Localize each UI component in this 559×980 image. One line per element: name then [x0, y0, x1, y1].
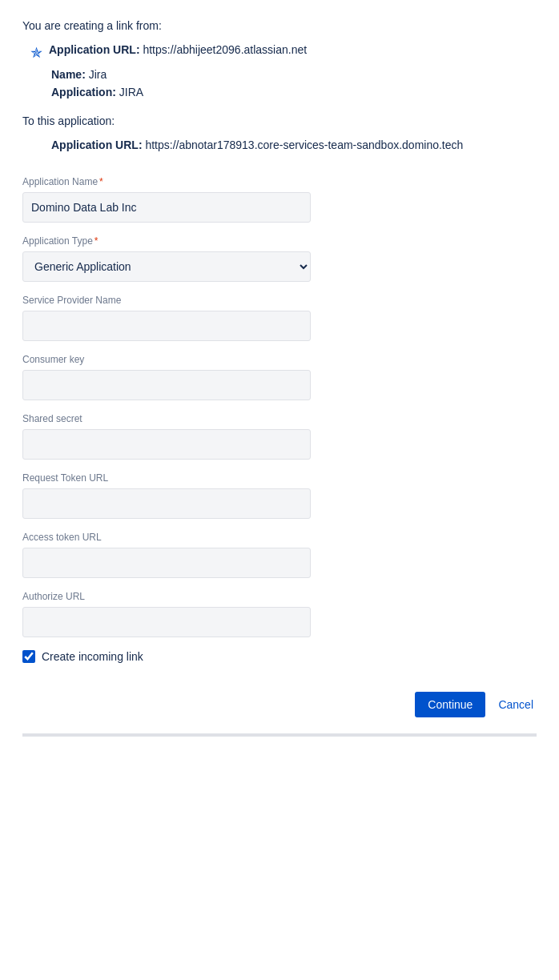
incoming-link-row: Create incoming link: [22, 650, 537, 663]
shared-secret-input[interactable]: [22, 429, 311, 460]
from-section: ✯ Application URL: https://abhijeet2096.…: [22, 43, 537, 98]
shared-secret-group: Shared secret: [22, 413, 537, 460]
consumer-key-group: Consumer key: [22, 354, 537, 400]
access-token-url-input[interactable]: [22, 548, 311, 578]
footer-buttons: Continue Cancel: [22, 685, 537, 717]
cancel-button[interactable]: Cancel: [495, 692, 537, 717]
app-type-required: *: [95, 235, 99, 247]
request-token-url-group: Request Token URL: [22, 472, 537, 519]
service-provider-input[interactable]: [22, 311, 311, 341]
intro-text: You are creating a link from:: [22, 19, 537, 32]
app-type-select[interactable]: Generic Application JIRA Confluence Bitb…: [22, 251, 311, 282]
access-token-url-label: Access token URL: [22, 532, 537, 543]
shared-secret-label: Shared secret: [22, 413, 537, 424]
from-name-label: Name:: [51, 68, 86, 81]
app-type-label: Application Type*: [22, 235, 537, 247]
request-token-url-input[interactable]: [22, 488, 311, 519]
app-name-required: *: [99, 176, 103, 187]
service-provider-group: Service Provider Name: [22, 295, 537, 341]
form-section: Application Name* Application Type* Gene…: [22, 176, 537, 717]
bottom-divider: [22, 733, 537, 737]
from-application-line: Application: JIRA: [30, 86, 537, 98]
authorize-url-label: Authorize URL: [22, 591, 537, 602]
to-url-line: Application URL: https://abnotar178913.c…: [22, 137, 537, 154]
app-type-group: Application Type* Generic Application JI…: [22, 235, 537, 282]
incoming-link-checkbox[interactable]: [22, 650, 35, 663]
authorize-url-input[interactable]: [22, 607, 311, 637]
consumer-key-input[interactable]: [22, 370, 311, 400]
consumer-key-label: Consumer key: [22, 354, 537, 365]
app-name-input[interactable]: [22, 192, 311, 223]
from-application-value-text: JIRA: [119, 86, 143, 98]
link-icon: ✯: [30, 44, 42, 62]
from-application-label: Application:: [51, 86, 116, 98]
authorize-url-group: Authorize URL: [22, 591, 537, 637]
incoming-link-label[interactable]: Create incoming link: [42, 650, 143, 663]
to-url-value-text: https://abnotar178913.core-services-team…: [145, 139, 463, 151]
to-url-label: Application URL:: [51, 139, 143, 151]
continue-button[interactable]: Continue: [415, 692, 485, 717]
to-section: To this application: Application URL: ht…: [22, 114, 537, 154]
access-token-url-group: Access token URL: [22, 532, 537, 578]
from-url-label: Application URL:: [49, 43, 140, 56]
request-token-url-label: Request Token URL: [22, 472, 537, 484]
from-name-line: Name: Jira: [30, 68, 537, 81]
from-name-value-text: Jira: [89, 68, 107, 81]
service-provider-label: Service Provider Name: [22, 295, 537, 306]
from-url-value-text: https://abhijeet2096.atlassian.net: [143, 43, 307, 56]
to-intro-text: To this application:: [22, 114, 537, 127]
app-name-label: Application Name*: [22, 176, 537, 187]
app-name-group: Application Name*: [22, 176, 537, 223]
from-url-line: Application URL: https://abhijeet2096.at…: [49, 43, 307, 56]
